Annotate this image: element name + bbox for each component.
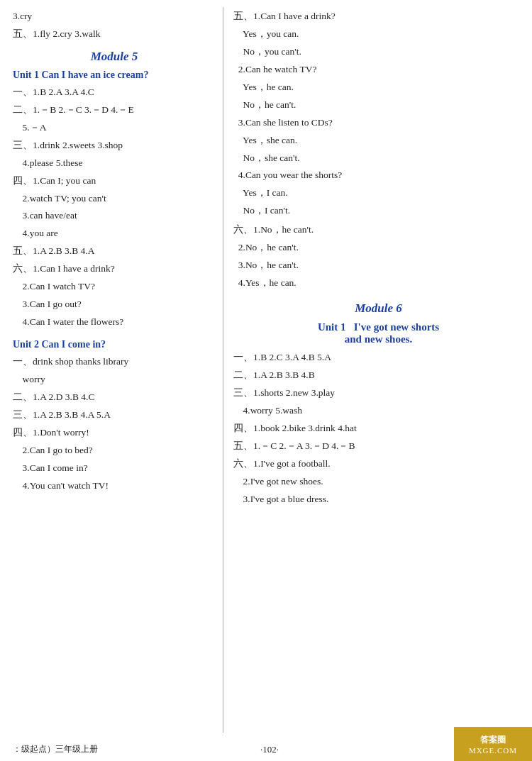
r-unit1-item-8: 3.I've got a blue dress. — [233, 491, 523, 508]
footer-page-number: ·102· — [260, 744, 279, 755]
page-container: 3.cry 五、1.fly 2.cry 3.walk Module 5 Unit… — [0, 0, 532, 761]
unit1-item-12: 3.Can I go out? — [13, 296, 216, 313]
watermark-top-text: 答案圈 — [480, 734, 506, 746]
r-unit1-item-1: 二、1.A 2.B 3.B 4.B — [233, 367, 523, 384]
r-unit1-item-6: 六、1.I've got a football. — [233, 456, 523, 472]
wu-item-1: Yes，you can. — [233, 26, 523, 43]
watermark: 答案圈 MXGE.COM — [454, 727, 532, 761]
unit1-item-1: 二、1.－B 2.－C 3.－D 4.－E — [13, 102, 216, 118]
unit1-title: Unit 1 Can I have an ice cream? — [13, 70, 216, 81]
unit1-title-line1: Unit 1 I've got new shorts — [233, 321, 523, 333]
unit1-item-8: 4.you are — [13, 226, 216, 242]
unit1-item-6: 2.watch TV; you can't — [13, 191, 216, 207]
r-unit1-item-7: 2.I've got new shoes. — [233, 474, 523, 490]
unit1-item-13: 4.Can I water the flowers? — [13, 314, 216, 330]
liu-item-0: 六、1.No，he can't. — [233, 222, 523, 238]
liu-item-2: 3.No，he can't. — [233, 257, 523, 274]
wu-item-6: 3.Can she listen to CDs? — [233, 115, 523, 131]
unit2-items: 一、drink shop thanks library worry 二、1.A … — [13, 354, 216, 494]
unit1-right-title: Unit 1 I've got new shorts and new shoes… — [233, 321, 523, 345]
unit1-item-4: 4.please 5.these — [13, 155, 216, 172]
intro-cry: 3.cry — [13, 9, 216, 25]
module5-title: Module 5 — [13, 50, 216, 64]
wu-item-11: No，I can't. — [233, 203, 523, 219]
unit1-item-0: 一、1.B 2.A 3.A 4.C — [13, 84, 216, 101]
unit2-item-0: 一、drink shop thanks library — [13, 354, 216, 370]
wu-item-5: No，he can't. — [233, 97, 523, 113]
right-column: 五、1.Can I have a drink? Yes，you can. No，… — [223, 7, 532, 733]
wu-item-3: 2.Can he watch TV? — [233, 62, 523, 78]
footer-left-text: ：级起点）三年级上册 — [13, 743, 98, 755]
r-unit1-item-5: 五、1.－C 2.－A 3.－D 4.－B — [233, 438, 523, 455]
r-unit1-item-4: 四、1.book 2.bike 3.drink 4.hat — [233, 421, 523, 437]
left-column: 3.cry 五、1.fly 2.cry 3.walk Module 5 Unit… — [0, 7, 223, 733]
unit1-items: 一、1.B 2.A 3.A 4.C 二、1.－B 2.－C 3.－D 4.－E … — [13, 84, 216, 330]
unit2-item-5: 2.Can I go to bed? — [13, 443, 216, 459]
unit1-right-items: 一、1.B 2.C 3.A 4.B 5.A 二、1.A 2.B 3.B 4.B … — [233, 350, 523, 507]
wu-item-8: No，she can't. — [233, 150, 523, 167]
unit2-item-3: 三、1.A 2.B 3.B 4.A 5.A — [13, 407, 216, 423]
watermark-site-text: MXGE.COM — [469, 746, 517, 755]
unit1-item-7: 3.can have/eat — [13, 208, 216, 224]
unit1-item-3: 三、1.drink 2.sweets 3.shop — [13, 138, 216, 154]
r-unit1-item-0: 一、1.B 2.C 3.A 4.B 5.A — [233, 350, 523, 366]
unit2-item-2: 二、1.A 2.D 3.B 4.C — [13, 389, 216, 406]
wu-line: 五、1.fly 2.cry 3.walk — [13, 26, 216, 43]
wu-item-7: Yes，she can. — [233, 133, 523, 149]
wu-item-10: Yes，I can. — [233, 185, 523, 201]
unit1-item-9: 五、1.A 2.B 3.B 4.A — [13, 243, 216, 260]
unit2-item-4: 四、1.Don't worry! — [13, 425, 216, 441]
r-unit1-item-3: 4.worry 5.wash — [233, 403, 523, 419]
unit1-title-line2: and new shoes. — [233, 333, 523, 345]
unit2-title: Unit 2 Can I come in? — [13, 339, 216, 350]
liu-item-3: 4.Yes，he can. — [233, 275, 523, 291]
footer: ：级起点）三年级上册 ·102· — [0, 743, 532, 755]
wu-item-2: No，you can't. — [233, 44, 523, 60]
module6-title: Module 6 — [233, 301, 523, 316]
r-unit1-item-2: 三、1.shorts 2.new 3.play — [233, 385, 523, 401]
wu-item-0: 五、1.Can I have a drink? — [233, 9, 523, 25]
unit1-item-11: 2.Can I watch TV? — [13, 279, 216, 295]
unit1-item-2: 5.－A — [13, 120, 216, 136]
unit2-item-7: 4.You can't watch TV! — [13, 478, 216, 494]
unit2-item-1: worry — [13, 372, 216, 388]
unit1-item-5: 四、1.Can I; you can — [13, 173, 216, 189]
wu-item-9: 4.Can you wear the shorts? — [233, 167, 523, 184]
unit2-item-6: 3.Can I come in? — [13, 460, 216, 477]
wu-section: 五、1.Can I have a drink? Yes，you can. No，… — [233, 9, 523, 219]
unit1-item-10: 六、1.Can I have a drink? — [13, 261, 216, 277]
liu-item-1: 2.No，he can't. — [233, 240, 523, 256]
wu-item-4: Yes，he can. — [233, 79, 523, 96]
liu-section: 六、1.No，he can't. 2.No，he can't. 3.No，he … — [233, 222, 523, 291]
